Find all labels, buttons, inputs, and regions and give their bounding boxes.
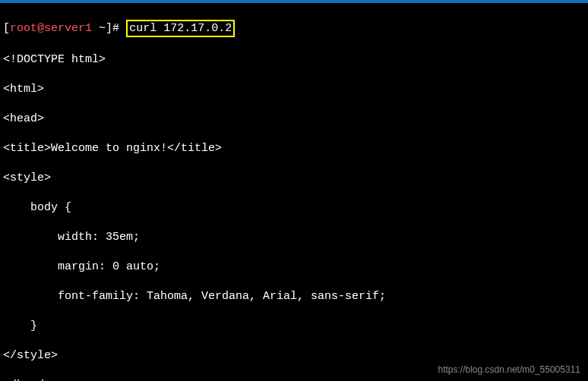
output-line: } [3,319,585,334]
prompt-path: ~ [99,22,106,35]
output-line: margin: 0 auto; [3,260,585,275]
bracket-open: [ [3,22,10,35]
prompt-hash: # [112,22,126,35]
bracket-close: ] [106,22,112,35]
prompt-space [92,22,99,35]
output-line: <!DOCTYPE html> [3,52,585,68]
output-line: </style> [3,348,585,364]
watermark: https://blog.csdn.net/m0_55005311 [438,364,580,376]
output-line: width: 35em; [3,230,585,245]
terminal-output[interactable]: [root@server1 ~]# curl 172.17.0.2 <!DOCT… [0,3,588,381]
output-line: <html> [3,82,585,97]
output-line: body { [3,200,585,216]
command-line: [root@server1 ~]# curl 172.17.0.2 [3,20,585,38]
prompt-user: root [10,22,37,35]
output-line: <head> [3,112,585,127]
highlighted-command: curl 172.17.0.2 [126,20,235,38]
output-line: <style> [3,171,585,186]
output-line: <title>Welcome to nginx!</title> [3,141,585,156]
prompt-host: server1 [44,22,92,35]
output-line: font-family: Tahoma, Verdana, Arial, san… [3,289,585,304]
prompt-at: @ [37,22,44,35]
output-line: </head> [3,378,585,382]
